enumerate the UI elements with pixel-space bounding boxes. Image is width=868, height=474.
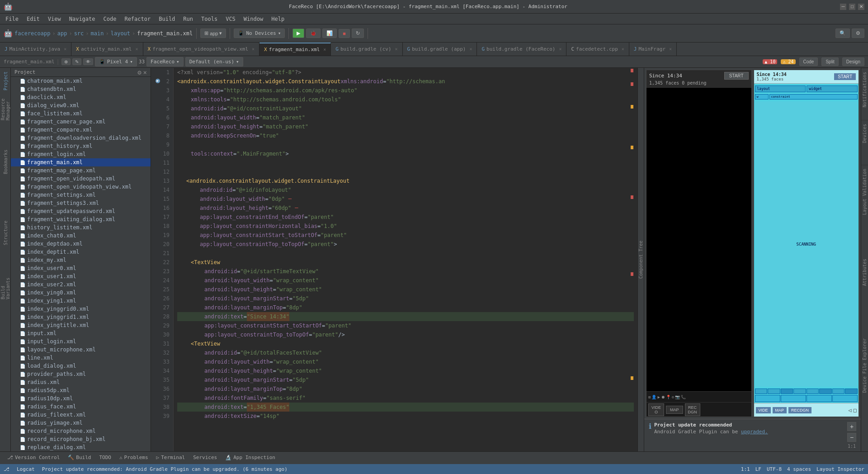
code-line-21[interactable] bbox=[177, 249, 634, 258]
code-line-26[interactable]: android:layout_marginStart="5dp" bbox=[177, 294, 634, 303]
bookmarks-icon[interactable]: Bookmarks bbox=[2, 148, 9, 175]
device1-map-btn[interactable]: MAP bbox=[666, 406, 683, 414]
profile-button[interactable]: 📊 bbox=[322, 28, 337, 38]
file-radius5dp[interactable]: 📄 radius5dp.xml bbox=[11, 386, 151, 394]
menu-help[interactable]: Help bbox=[268, 15, 288, 23]
file-provider-paths[interactable]: 📄 provider_paths.xml bbox=[11, 370, 151, 378]
code-line-3[interactable]: xmlns:app="http://schemas.android.com/ap… bbox=[177, 86, 634, 95]
build-variants-icon[interactable]: Build Variants bbox=[2, 268, 9, 299]
close-tab-mainactivity[interactable]: × bbox=[64, 47, 66, 52]
close-tab-fragment-main[interactable]: × bbox=[323, 47, 326, 52]
layout-inspector-label[interactable]: Layout Inspector bbox=[816, 466, 864, 472]
search-button[interactable]: 🔍 bbox=[835, 28, 850, 38]
code-line-14[interactable]: android:id="@+id/infoLayout" bbox=[177, 185, 634, 194]
close-tab-mainfragr[interactable]: × bbox=[669, 47, 672, 52]
code-line-6[interactable]: android:layout_width="match_parent" bbox=[177, 113, 634, 122]
tab-fragment-main[interactable]: X fragment_main.xml × bbox=[259, 43, 331, 56]
file-index-user0[interactable]: 📄 index_user0.xml bbox=[11, 264, 151, 272]
locale-dropdown[interactable]: Default (en-us) ▾ bbox=[185, 57, 243, 66]
file-index-deptdao[interactable]: 📄 index_deptdao.xml bbox=[11, 240, 151, 248]
design-tools-btn[interactable]: ⊕ bbox=[61, 58, 71, 65]
code-line-28[interactable]: android:text="Since 14:34" bbox=[177, 312, 634, 321]
code-line-36[interactable]: android:layout_marginTop="8dp" bbox=[177, 384, 634, 393]
file-line[interactable]: 📄 line.xml bbox=[11, 354, 151, 362]
device-file-explorer-tab[interactable]: Device File Explorer bbox=[861, 335, 868, 396]
back-icon[interactable]: ◁ bbox=[849, 407, 852, 413]
file-index-my[interactable]: 📄 index_my.xml bbox=[11, 256, 151, 264]
file-fragment-settings3[interactable]: 📄 fragment_settings3.xml bbox=[11, 199, 151, 207]
design-pen-btn[interactable]: ✎ bbox=[72, 58, 81, 65]
code-line-24[interactable]: android:layout_width="wrap_content" bbox=[177, 276, 634, 285]
tab-terminal[interactable]: ▷ Terminal bbox=[153, 454, 189, 462]
layout-validation-tab[interactable]: Layout Validation bbox=[861, 165, 868, 218]
menu-vcs[interactable]: VCS bbox=[222, 15, 239, 23]
code-line-12[interactable] bbox=[177, 167, 634, 176]
file-layout-microphone[interactable]: 📄 layout_microphone.xml bbox=[11, 346, 151, 354]
code-line-10[interactable]: tools:context=".MainFragment"> bbox=[177, 149, 634, 158]
file-load-dialog[interactable]: 📄 load_dialog.xml bbox=[11, 362, 151, 370]
tab-activity-main[interactable]: X activity_main.xml × bbox=[71, 43, 143, 56]
tab-problems[interactable]: ⚠ Problems bbox=[116, 454, 152, 462]
breadcrumb-src[interactable]: src bbox=[74, 30, 84, 37]
code-line-25[interactable]: android:layout_height="wrap_content" bbox=[177, 285, 634, 294]
code-line-32[interactable]: android:id="@+id/totalFacesTextView" bbox=[177, 348, 634, 357]
file-index-deptit[interactable]: 📄 index_deptit.xml bbox=[11, 248, 151, 256]
device-manager-tab[interactable]: Devices bbox=[861, 120, 868, 147]
file-fragment-waiting[interactable]: 📄 fragment_waiting_dialog.xml bbox=[11, 215, 151, 223]
code-line-7[interactable]: android:layout_height="match_parent" bbox=[177, 122, 634, 131]
device1-start-btn[interactable]: START bbox=[724, 72, 749, 80]
device1-vid-btn[interactable]: VIDEO bbox=[648, 403, 664, 416]
close-button[interactable]: ✕ bbox=[858, 4, 864, 10]
file-daoclick[interactable]: 📄 daoclick.xml bbox=[11, 93, 151, 101]
code-area[interactable]: <?xml version="1.0" encoding="utf-8"?> <… bbox=[174, 68, 637, 451]
file-radius[interactable]: 📄 radius.xml bbox=[11, 378, 151, 386]
file-fragment-compare[interactable]: 📄 fragment_compare.xml bbox=[11, 126, 151, 134]
sync-button[interactable]: ↻ bbox=[352, 28, 364, 38]
file-radius10dp[interactable]: 📄 radius10dp.xml bbox=[11, 394, 151, 403]
code-line-23[interactable]: android:id="@+id/startTimeTextView" bbox=[177, 267, 634, 276]
code-line-11[interactable] bbox=[177, 158, 634, 167]
code-line-2[interactable]: <androidx.constraintlayout.widget.Constr… bbox=[177, 77, 634, 86]
file-radius-face[interactable]: 📄 radius_face.xml bbox=[11, 403, 151, 411]
structure-icon[interactable]: Structure bbox=[2, 222, 9, 244]
code-line-37[interactable]: android:fontFamily="sans-serif" bbox=[177, 393, 634, 403]
debug-button[interactable]: 🐞 bbox=[306, 28, 321, 38]
code-line-39[interactable]: android:textSize="14sp" bbox=[177, 412, 634, 421]
component-tree-tab[interactable]: Component Tree bbox=[637, 68, 644, 451]
tab-build-gradle-cv[interactable]: G build.gradle (cv) × bbox=[331, 43, 402, 56]
file-index-chat0[interactable]: 📄 index_chat0.xml bbox=[11, 232, 151, 240]
file-fragment-updatepw[interactable]: 📄 fragment_updatepassword.xml bbox=[11, 207, 151, 215]
home-icon[interactable]: □ bbox=[854, 407, 857, 413]
code-line-30[interactable]: app:layout_constraintTop_toTopOf="parent… bbox=[177, 330, 634, 339]
tab-build-gradle-app[interactable]: G build.gradle (app) × bbox=[403, 43, 477, 56]
device2-vid-btn[interactable]: VIDE bbox=[756, 407, 771, 413]
file-fragment-main[interactable]: 📄 fragment_main.xml bbox=[11, 158, 151, 166]
menu-view[interactable]: View bbox=[44, 15, 65, 23]
tab-fragment-open[interactable]: X fragment_open_videopath_view.xml × bbox=[143, 43, 260, 56]
split-view-btn[interactable]: Split bbox=[821, 57, 838, 66]
notifications-tab[interactable]: Notifications bbox=[861, 68, 868, 111]
code-line-15[interactable]: android:layout_width="0dp" ─ bbox=[177, 194, 634, 204]
menu-tools[interactable]: Tools bbox=[198, 15, 221, 23]
menu-run[interactable]: Run bbox=[179, 15, 197, 23]
code-line-16[interactable]: android:layout_height="60dp" ─ bbox=[177, 204, 634, 213]
code-line-22[interactable]: <TextView bbox=[177, 258, 634, 267]
file-fragment-download[interactable]: 📄 fragment_downloadversion_dialog.xml bbox=[11, 134, 151, 142]
tab-services[interactable]: Services bbox=[189, 454, 221, 462]
code-line-9[interactable] bbox=[177, 140, 634, 149]
breadcrumb-app[interactable]: facerecoapp bbox=[14, 30, 50, 37]
code-line-27[interactable]: android:layout_marginTop="8dp" bbox=[177, 303, 634, 312]
menu-code[interactable]: Code bbox=[100, 15, 120, 23]
file-face-listitem[interactable]: 📄 face_listitem.xml bbox=[11, 109, 151, 118]
file-input[interactable]: 📄 input.xml bbox=[11, 329, 151, 337]
device1-rec-btn[interactable]: RECDGN bbox=[685, 403, 700, 416]
stop-button[interactable]: ■ bbox=[339, 29, 350, 38]
attributes-tab[interactable]: Attributes bbox=[861, 255, 868, 289]
menu-refactor[interactable]: Refactor bbox=[121, 15, 154, 23]
code-line-33[interactable]: android:layout_width="wrap_content" bbox=[177, 357, 634, 366]
menu-edit[interactable]: Edit bbox=[23, 15, 43, 23]
settings-button[interactable]: ⚙ bbox=[852, 28, 864, 38]
project-close-icon[interactable]: × bbox=[143, 69, 147, 76]
code-view-btn[interactable]: Code bbox=[799, 57, 818, 66]
design-view-btn[interactable]: Design bbox=[842, 57, 864, 66]
